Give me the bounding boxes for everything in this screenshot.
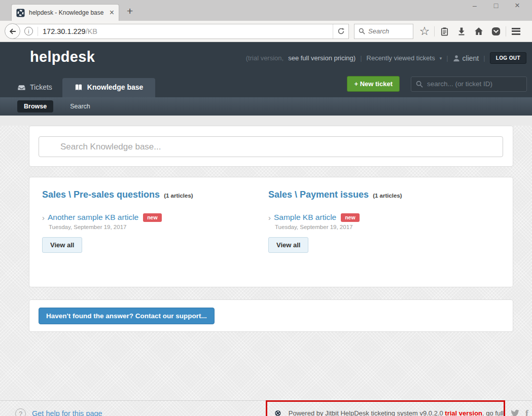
back-button[interactable]	[5, 23, 20, 39]
search-icon	[359, 28, 365, 34]
new-tab-button[interactable]: +	[127, 5, 133, 17]
chevron-down-icon: ▾	[440, 56, 442, 61]
window-close-button[interactable]: ×	[507, 1, 528, 11]
back-arrow-icon	[9, 27, 17, 35]
kb-article-link[interactable]: Sample KB article	[274, 213, 336, 222]
logout-button[interactable]: LOG OUT	[490, 52, 526, 64]
main-tabs: Tickets Knowledge base	[17, 78, 155, 97]
jitbit-logo-icon	[275, 406, 281, 416]
trial-pricing-link[interactable]: see full version pricing)	[288, 54, 356, 62]
kb-categories-card: Sales \ Pre-sales questions(1 articles) …	[29, 177, 513, 287]
home-button[interactable]	[470, 24, 487, 39]
toolbar-icons: ☆	[416, 24, 524, 39]
bookmark-star-button[interactable]: ☆	[416, 24, 433, 39]
downloads-button[interactable]	[453, 24, 470, 39]
header-meta: (trial version, see full version pricing…	[246, 52, 526, 64]
reload-icon	[337, 27, 345, 35]
ticket-search-box[interactable]	[411, 77, 527, 92]
recently-viewed-menu[interactable]: Recently viewed tickets	[367, 54, 435, 62]
kb-article-date: Tuesday, September 19, 2017	[275, 224, 494, 230]
contact-support-button[interactable]: Haven't found the answer? Contact our su…	[39, 308, 215, 324]
book-icon	[75, 84, 83, 91]
url-path: /KB	[86, 27, 97, 35]
powered-prefix: Powered by Jitbit	[289, 409, 341, 416]
new-ticket-button[interactable]: + New ticket	[347, 76, 400, 92]
helpdesk-system-link[interactable]: HelpDesk ticketing system	[340, 409, 417, 416]
category-article-count: (1 articles)	[373, 193, 402, 199]
bookmarks-menu-button[interactable]	[436, 24, 453, 39]
social-icons: f	[510, 408, 528, 416]
kb-search-card	[29, 126, 513, 167]
meta-divider: |	[483, 54, 485, 62]
home-icon	[474, 27, 483, 35]
toolbar-divider	[506, 26, 506, 36]
search-icon	[416, 81, 423, 88]
kb-article-date: Tuesday, September 19, 2017	[49, 224, 268, 230]
kb-article-link[interactable]: Another sample KB article	[48, 213, 138, 222]
twitter-icon[interactable]	[510, 409, 520, 416]
trial-note: (trial version,	[246, 54, 283, 62]
ticket-search-input[interactable]	[427, 80, 513, 88]
kb-article-row: › Sample KB article new	[268, 213, 494, 222]
pocket-button[interactable]	[487, 24, 505, 39]
browser-search-input[interactable]	[368, 27, 408, 35]
jitbit-favicon-icon	[16, 9, 25, 17]
chevron-right-icon: ›	[42, 213, 45, 222]
clipboard-icon	[440, 27, 449, 36]
window-controls: – □ ×	[464, 1, 528, 11]
site-info-icon[interactable]: i	[24, 27, 33, 35]
reload-button[interactable]	[333, 24, 348, 39]
url-divider	[38, 27, 38, 36]
user-icon	[453, 55, 460, 62]
browser-titlebar: helpdesk - Knowledge base × + – □ ×	[0, 0, 532, 21]
contact-support-card: Haven't found the answer? Contact our su…	[29, 299, 513, 332]
window-minimize-button[interactable]: –	[464, 2, 485, 10]
chevron-right-icon: ›	[268, 213, 271, 222]
red-annotation-box: Powered by Jitbit HelpDesk ticketing sys…	[266, 400, 505, 416]
toolbar-divider	[434, 26, 435, 36]
tab-knowledge-base[interactable]: Knowledge base	[62, 78, 155, 97]
pocket-icon	[491, 27, 501, 36]
new-badge: new	[341, 213, 359, 222]
tab-close-icon[interactable]: ×	[110, 9, 114, 17]
question-icon: ?	[15, 408, 26, 416]
view-all-button[interactable]: View all	[268, 237, 308, 253]
get-help-link[interactable]: Get help for this page	[32, 409, 102, 416]
browser-toolbar: i 172.30.1.229 /KB ☆	[0, 21, 532, 42]
menu-button[interactable]	[507, 24, 524, 39]
go-full-link[interactable]: go full	[486, 409, 504, 416]
app-logo[interactable]: helpdesk	[30, 49, 95, 65]
tab-kb-label: Knowledge base	[87, 83, 143, 91]
browser-search-box[interactable]	[354, 24, 413, 39]
star-icon: ☆	[419, 25, 430, 37]
category-article-count: (1 articles)	[164, 193, 193, 199]
user-name: client	[463, 54, 479, 62]
helpdesk-header: helpdesk (trial version, see full versio…	[0, 42, 532, 97]
help-area: ? Get help for this page	[15, 408, 102, 416]
facebook-icon[interactable]: f	[525, 408, 528, 416]
kb-article-row: › Another sample KB article new	[42, 213, 268, 222]
trial-version-text: trial version	[445, 409, 482, 416]
page-footer: ? Get help for this page Powered by Jitb…	[0, 400, 532, 416]
hamburger-icon	[512, 26, 520, 36]
version-text: v9.0.2.0	[418, 409, 445, 416]
url-bar[interactable]: i 172.30.1.229 /KB	[12, 24, 349, 39]
powered-by-text: Powered by Jitbit HelpDesk ticketing sys…	[289, 409, 504, 416]
browser-tab[interactable]: helpdesk - Knowledge base ×	[11, 4, 119, 21]
tab-tickets[interactable]: Tickets	[17, 78, 62, 97]
category-title-link[interactable]: Sales \ Pre-sales questions	[42, 190, 160, 200]
user-menu[interactable]: client	[453, 54, 479, 62]
inbox-icon	[17, 84, 26, 91]
subnav-browse[interactable]: Browse	[17, 100, 53, 112]
kb-search-input[interactable]	[39, 136, 503, 157]
category-title-link[interactable]: Sales \ Payment issues	[268, 190, 369, 200]
browser-window: helpdesk - Knowledge base × + – □ × i 17…	[0, 0, 532, 416]
window-maximize-button[interactable]: □	[485, 2, 507, 10]
page-content: Sales \ Pre-sales questions(1 articles) …	[0, 126, 532, 400]
kb-subnav: Browse Search	[0, 97, 532, 116]
tab-tickets-label: Tickets	[30, 83, 52, 91]
kb-category: Sales \ Payment issues(1 articles) › Sam…	[268, 190, 494, 287]
subnav-search[interactable]: Search	[70, 103, 90, 110]
view-all-button[interactable]: View all	[42, 237, 82, 253]
url-host: 172.30.1.229	[43, 27, 86, 35]
